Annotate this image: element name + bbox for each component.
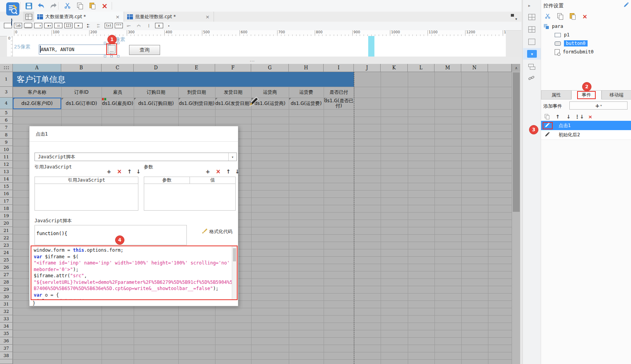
- checkbox-icon[interactable]: ☑–: [125, 23, 133, 28]
- column-header-A[interactable]: A: [13, 64, 61, 72]
- tab-移动端[interactable]: 移动端: [602, 90, 631, 100]
- row-header-26[interactable]: 26: [0, 264, 13, 271]
- row-header-11[interactable]: 11: [0, 153, 13, 161]
- binding-cell[interactable]: ds1.G(运货费): [289, 98, 324, 109]
- dialog-titlebar[interactable]: [29, 126, 238, 142]
- row-header-15[interactable]: 15: [0, 183, 13, 190]
- row-header-partial[interactable]: [0, 359, 13, 364]
- new-tab-button[interactable]: [23, 12, 34, 22]
- parameter-input[interactable]: [39, 45, 111, 55]
- row-header-38[interactable]: 38: [0, 352, 13, 359]
- redo-icon[interactable]: [49, 1, 58, 10]
- ref-js-list[interactable]: 引用JavaScript: [34, 177, 138, 211]
- row-header-1[interactable]: 1: [0, 72, 13, 87]
- move-down-icon[interactable]: ↓: [564, 113, 573, 120]
- row-header-24[interactable]: 24: [0, 249, 13, 256]
- move-down-icon[interactable]: ↓: [134, 168, 142, 175]
- header-cell[interactable]: 客户名称: [13, 87, 61, 98]
- more-arrow-icon[interactable]: ▸: [165, 23, 173, 28]
- event-row-初始化后2[interactable]: 初始化后2: [541, 130, 631, 140]
- add-icon[interactable]: +: [105, 168, 113, 175]
- row-header-13[interactable]: 13: [0, 168, 13, 175]
- binding-cell[interactable]: ds1.G(到货日期): [178, 98, 215, 109]
- condition-attribute-icon[interactable]: [528, 64, 535, 70]
- event-type-dropdown[interactable]: JavaScript脚本 ▾: [34, 153, 237, 161]
- row-header-10[interactable]: 10: [0, 146, 13, 153]
- move-up-icon[interactable]: ↑: [126, 168, 133, 175]
- column-header[interactable]: [488, 64, 512, 72]
- tree-editor-icon[interactable]: ┌┴┐: [135, 23, 143, 28]
- move-down-icon[interactable]: ↓: [233, 168, 241, 175]
- delete-icon[interactable]: ×: [580, 12, 590, 20]
- resize-handle[interactable]: [117, 42, 119, 44]
- resize-handle[interactable]: [117, 55, 119, 57]
- resize-handle[interactable]: [104, 55, 106, 57]
- copy-icon[interactable]: [75, 1, 84, 10]
- row-header-8[interactable]: 8: [0, 131, 13, 139]
- header-cell[interactable]: 订购日期: [134, 87, 178, 98]
- scroll-up-icon[interactable]: ∧: [512, 64, 520, 72]
- sort-icon[interactable]: ⋮↓: [575, 113, 584, 120]
- binding-cell[interactable]: ds1.G(发货日期): [215, 98, 251, 109]
- binding-cell[interactable]: ds1.G(订单ID): [61, 98, 102, 109]
- row-header-18[interactable]: 18: [0, 205, 13, 212]
- float-element-icon[interactable]: [528, 39, 535, 45]
- paste-icon[interactable]: [568, 12, 577, 20]
- cell-element-icon[interactable]: [528, 14, 535, 20]
- add-event-button[interactable]: +▾: [569, 101, 628, 110]
- paste-icon[interactable]: [88, 1, 97, 10]
- close-tab-icon[interactable]: ×: [205, 14, 210, 20]
- number-editor-icon[interactable]: 123: [64, 23, 72, 28]
- row-header-17[interactable]: 17: [0, 197, 13, 205]
- dock-layout-icon[interactable]: [510, 13, 517, 20]
- binding-cell[interactable]: ds1.G(是否已付): [324, 98, 354, 109]
- row-header-34[interactable]: 34: [0, 323, 13, 330]
- row-header-28[interactable]: 28: [0, 278, 13, 286]
- binding-cell[interactable]: ds1.G(订购日期): [134, 98, 178, 109]
- header-cell[interactable]: 订单ID: [61, 87, 102, 98]
- collapse-arrow-icon[interactable]: ▸: [528, 3, 535, 9]
- column-header-D[interactable]: D: [134, 64, 178, 72]
- code-block-annotation-box-4[interactable]: window.form = this.options.form;var $ifr…: [31, 246, 238, 300]
- column-header-G[interactable]: G: [251, 64, 289, 72]
- event-row-点击1[interactable]: 点击1: [541, 121, 631, 130]
- tree-item-p1[interactable]: p1: [555, 31, 569, 39]
- text-field-icon[interactable]: [4, 23, 12, 28]
- checkbox-group-icon[interactable]: ☑– ☑–: [95, 23, 102, 28]
- tree-item-para[interactable]: para: [544, 22, 563, 30]
- move-up-icon[interactable]: ↑: [224, 168, 232, 175]
- move-up-icon[interactable]: ↑: [553, 113, 562, 120]
- row-header-32[interactable]: 32: [0, 308, 13, 315]
- row-header-22[interactable]: 22: [0, 234, 13, 242]
- add-icon[interactable]: +: [204, 168, 212, 175]
- cut-icon[interactable]: [63, 1, 72, 10]
- row-header-16[interactable]: 16: [0, 190, 13, 197]
- row-header-23[interactable]: 23: [0, 242, 13, 249]
- column-header-L[interactable]: L: [408, 64, 434, 72]
- query-button[interactable]: 查询: [129, 45, 160, 55]
- row-header-12[interactable]: 12: [0, 161, 13, 168]
- combo-box-icon[interactable]: ▾: [34, 23, 42, 28]
- copy-icon[interactable]: [543, 113, 551, 120]
- tab-big-data-query[interactable]: 大数据量查询.cpt * ×: [34, 12, 124, 22]
- header-cell[interactable]: 到货日期: [178, 87, 215, 98]
- delete-icon[interactable]: ×: [116, 168, 123, 175]
- column-header-E[interactable]: E: [178, 64, 215, 72]
- delete-icon[interactable]: ×: [214, 168, 222, 175]
- scrollbar-thumb[interactable]: [513, 72, 520, 212]
- edit-panel-icon[interactable]: [623, 2, 629, 9]
- header-cell[interactable]: 雇员: [102, 87, 134, 98]
- cut-icon[interactable]: [543, 12, 552, 20]
- delete-icon[interactable]: ×: [586, 113, 595, 120]
- select-all-corner[interactable]: [0, 64, 13, 72]
- column-header-B[interactable]: B: [61, 64, 102, 72]
- row-header-20[interactable]: 20: [0, 220, 13, 227]
- delete-icon[interactable]: ×: [100, 1, 109, 10]
- date-editor-icon[interactable]: ⠿⠿: [54, 23, 62, 28]
- row-header-21[interactable]: 21: [0, 227, 13, 234]
- column-header-K[interactable]: K: [381, 64, 408, 72]
- column-header-F[interactable]: F: [215, 64, 251, 72]
- header-cell[interactable]: 是否已付: [324, 87, 354, 98]
- hyperlink-icon[interactable]: [528, 75, 535, 81]
- row-header-19[interactable]: 19: [0, 212, 13, 220]
